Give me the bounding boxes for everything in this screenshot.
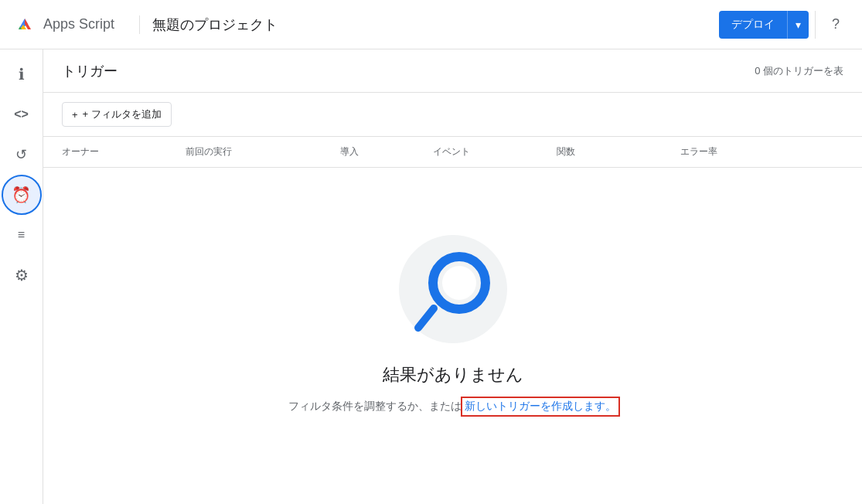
apps-script-logo-icon [12,12,37,37]
header-divider [139,15,140,34]
sidebar-item-editor[interactable]: <> [3,96,40,133]
add-filter-button[interactable]: + + フィルタを追加 [62,102,172,127]
empty-state-text: フィルタ条件を調整するか、または [288,400,462,414]
sidebar-item-info[interactable]: ℹ [3,56,40,93]
trigger-icon: ⏰ [12,186,31,204]
empty-state-title: 結果がありません [383,363,523,387]
app-title: Apps Script [43,16,114,32]
col-deployment: 導入 [340,145,433,158]
sidebar-item-trigger[interactable]: ⏰ [3,176,40,213]
main-header: トリガー 0 個のトリガーを表 [43,49,862,93]
main-content: トリガー 0 個のトリガーを表 + + フィルタを追加 オーナー 前回の実行 導… [43,49,862,504]
svg-point-4 [442,266,476,300]
sidebar: ℹ <> ↺ ⏰ ≡ ⚙ [0,49,43,504]
trigger-count: 0 個のトリガーを表 [755,64,843,78]
col-error-rate: エラー率 [680,145,843,158]
filter-bar: + + フィルタを追加 [43,93,862,137]
col-function: 関数 [557,145,680,158]
info-icon: ℹ [19,65,25,83]
add-filter-plus-icon: + [72,109,78,121]
deploy-button[interactable]: デプロイ ▾ [719,11,809,39]
deploy-dropdown-arrow: ▾ [788,11,809,39]
empty-state: 結果がありません フィルタ条件を調整するか、または 新しいトリガーを作成します。 [43,168,862,504]
app-layout: ℹ <> ↺ ⏰ ≡ ⚙ トリガー 0 個のトリガーを表 + + フィルタを追加 [0,49,862,504]
app-logo: Apps Script [12,12,114,37]
help-button[interactable]: ? [822,11,850,39]
add-filter-label: + フィルタを追加 [83,107,162,121]
queue-icon: ≡ [18,228,25,242]
sidebar-item-queue[interactable]: ≡ [3,216,40,254]
col-last-run: 前回の実行 [186,145,340,158]
project-title: 無題のプロジェクト [152,15,719,34]
settings-icon: ⚙ [15,266,29,284]
deploy-button-label: デプロイ [719,11,788,39]
header-right-divider [815,11,816,39]
col-owner: オーナー [62,145,186,158]
history-icon: ↺ [15,146,27,163]
help-icon: ? [832,16,840,32]
page-title: トリガー [62,62,118,80]
col-event: イベント [433,145,557,158]
app-header: Apps Script 無題のプロジェクト デプロイ ▾ ? [0,0,862,49]
empty-state-illustration [391,227,515,351]
empty-state-subtitle: フィルタ条件を調整するか、または 新しいトリガーを作成します。 [288,399,618,414]
sidebar-item-settings[interactable]: ⚙ [3,257,40,294]
header-actions: デプロイ ▾ ? [719,11,850,39]
sidebar-item-history[interactable]: ↺ [3,136,40,173]
create-trigger-link[interactable]: 新しいトリガーを作成します。 [463,399,618,414]
table-header: オーナー 前回の実行 導入 イベント 関数 エラー率 [43,137,862,168]
code-icon: <> [14,107,29,121]
